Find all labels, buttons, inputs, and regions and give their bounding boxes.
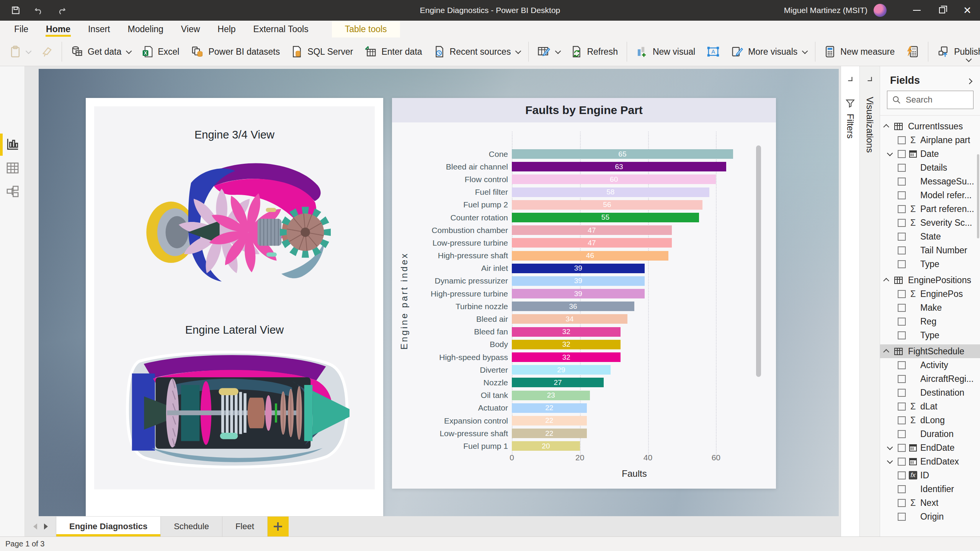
fields-field-row[interactable]: ΣSeverity Sc... [880, 216, 980, 230]
field-checkbox[interactable] [898, 205, 906, 213]
field-checkbox[interactable] [898, 136, 906, 144]
power-bi-datasets-button[interactable]: Power BI datasets [185, 41, 286, 63]
field-checkbox[interactable] [898, 178, 906, 186]
field-checkbox[interactable] [898, 513, 906, 521]
field-checkbox[interactable] [898, 458, 906, 466]
chart-bar-row[interactable]: Body32 [392, 338, 757, 351]
chart-bar-row[interactable]: Bleed air channel63 [392, 160, 757, 173]
chart-bar-row[interactable]: Fuel filter58 [392, 186, 757, 199]
menu-home[interactable]: Home [37, 21, 79, 37]
fields-field-row[interactable]: MessageSu... [880, 174, 980, 188]
field-checkbox[interactable] [898, 318, 906, 326]
fields-field-row[interactable]: Reg [880, 315, 980, 328]
expand-filters-icon[interactable] [848, 77, 853, 81]
menu-view[interactable]: View [172, 21, 209, 37]
new-page-button[interactable] [268, 517, 289, 536]
minimize-button[interactable] [904, 0, 929, 21]
get-data-button[interactable]: Get data [65, 41, 136, 63]
field-checkbox[interactable] [898, 233, 906, 241]
field-checkbox[interactable] [898, 290, 906, 298]
field-checkbox[interactable] [898, 403, 906, 411]
field-checkbox[interactable] [898, 150, 906, 158]
menu-help[interactable]: Help [209, 21, 244, 37]
collapse-table-icon[interactable] [883, 349, 889, 355]
fields-field-row[interactable]: EndDate [880, 441, 980, 455]
fields-table-row[interactable]: EnginePositions [880, 273, 980, 287]
menu-file[interactable]: File [5, 21, 37, 37]
more-visuals-button[interactable]: More visuals [725, 41, 812, 63]
report-view-icon[interactable] [6, 137, 20, 151]
fields-field-row[interactable]: Type [880, 257, 980, 271]
chart-bar-row[interactable]: Cone65 [392, 148, 757, 160]
chart-bar-row[interactable]: Counter rotation55 [392, 211, 757, 224]
chart-bar-row[interactable]: Dynamic pressurizer39 [392, 275, 757, 287]
chart-bar-row[interactable]: Expansion control22 [392, 414, 757, 427]
restore-button[interactable] [929, 0, 955, 21]
fields-field-row[interactable]: Model refer... [880, 188, 980, 202]
chart-bar-row[interactable]: Fuel pump 256 [392, 199, 757, 211]
chart-bar-row[interactable]: Air inlet39 [392, 262, 757, 275]
text-box-button[interactable]: A [701, 41, 725, 63]
field-checkbox[interactable] [898, 499, 906, 507]
field-checkbox[interactable] [898, 471, 906, 479]
page-tab-engine-diagnostics[interactable]: Engine Diagnostics [56, 517, 161, 536]
refresh-button[interactable]: Refresh [565, 41, 624, 63]
field-checkbox[interactable] [898, 389, 906, 397]
menu-modeling[interactable]: Modeling [119, 21, 172, 37]
close-button[interactable]: ✕ [955, 0, 980, 21]
new-measure-button[interactable]: New measure [818, 41, 900, 63]
chart-bar-row[interactable]: Actuator22 [392, 402, 757, 414]
fields-field-row[interactable]: AircraftRegi... [880, 372, 980, 386]
excel-button[interactable]: X Excel [136, 41, 185, 63]
search-input[interactable] [906, 95, 963, 105]
prev-page-icon[interactable] [33, 523, 37, 530]
menu-external-tools[interactable]: External Tools [245, 21, 317, 37]
collapse-fields-icon[interactable] [967, 78, 973, 85]
expand-visualizations-icon[interactable] [868, 77, 872, 81]
new-visual-button[interactable]: New visual [630, 41, 701, 63]
model-view-icon[interactable] [6, 185, 20, 199]
fields-field-row[interactable]: Tail Number [880, 243, 980, 257]
fields-search[interactable] [887, 91, 973, 109]
sql-server-button[interactable]: SQL Server [286, 41, 359, 63]
paste-button[interactable] [4, 41, 36, 63]
chart-bar-row[interactable]: Combustion chamber47 [392, 224, 757, 236]
fields-field-row[interactable]: ΣdLong [880, 413, 980, 427]
chart-bar-row[interactable]: Oil tank23 [392, 389, 757, 402]
data-view-icon[interactable] [6, 161, 20, 175]
field-checkbox[interactable] [898, 246, 906, 254]
expand-hierarchy-icon[interactable] [887, 444, 893, 450]
chart-bar-row[interactable]: Low-pressure turbine47 [392, 236, 757, 249]
collapse-table-icon[interactable] [883, 124, 889, 130]
fields-field-row[interactable]: Make [880, 301, 980, 315]
fields-field-row[interactable]: State [880, 230, 980, 243]
fields-field-row[interactable]: fxID [880, 468, 980, 482]
field-checkbox[interactable] [898, 260, 906, 268]
fields-table-row[interactable]: FightSchedule [880, 344, 980, 358]
fields-field-row[interactable]: Details [880, 161, 980, 174]
signed-in-user[interactable]: Miguel Martinez (MSIT) [784, 6, 867, 15]
chart-bar-row[interactable]: Bleed fan32 [392, 326, 757, 338]
chart-bar-row[interactable]: Turbine nozzle36 [392, 300, 757, 313]
faults-bar-chart-visual[interactable]: Faults by Engine Part Engine part index … [392, 98, 776, 489]
field-checkbox[interactable] [898, 164, 906, 172]
visualizations-panel-collapsed[interactable]: Visualizations [859, 66, 880, 536]
field-checkbox[interactable] [898, 430, 906, 438]
chart-bar-row[interactable]: Fuel pump 120 [392, 440, 757, 452]
chart-bar-row[interactable]: Bleed air34 [392, 313, 757, 325]
engine-views-visual[interactable]: Engine 3/4 View [86, 98, 383, 516]
field-checkbox[interactable] [898, 375, 906, 383]
fields-field-row[interactable]: Origin [880, 510, 980, 523]
fields-field-row[interactable]: ΣEnginePos [880, 287, 980, 301]
menu-insert[interactable]: Insert [79, 21, 119, 37]
fields-field-row[interactable]: Duration [880, 427, 980, 441]
chart-bar-row[interactable]: High-pressure turbine39 [392, 287, 757, 300]
filters-panel-collapsed[interactable]: Filters [841, 66, 859, 536]
undo-icon[interactable] [33, 5, 44, 16]
field-checkbox[interactable] [898, 485, 906, 493]
format-painter-button[interactable] [36, 41, 59, 63]
field-checkbox[interactable] [898, 219, 906, 227]
field-checkbox[interactable] [898, 331, 906, 339]
chart-bar-row[interactable]: Nozzle27 [392, 376, 757, 389]
chart-bar-row[interactable]: Flow control60 [392, 173, 757, 186]
